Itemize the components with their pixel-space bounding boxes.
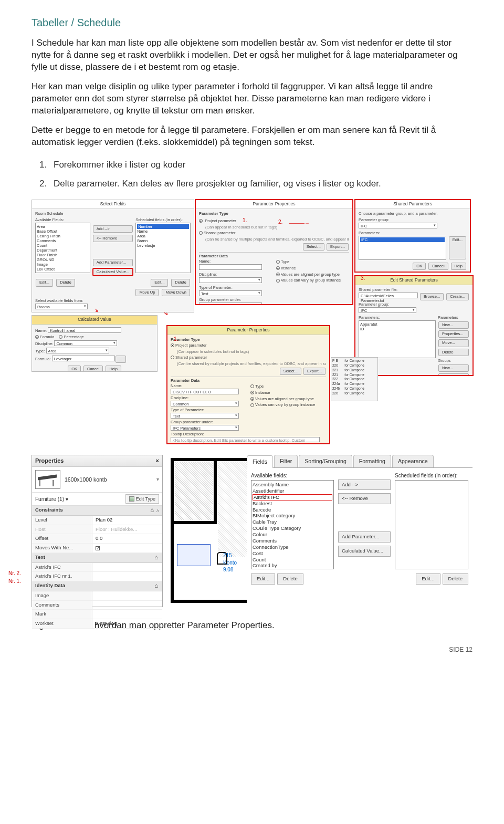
- pp2-name[interactable]: DISCV H F OUT EL 8: [171, 389, 239, 394]
- esp-delete[interactable]: Delete: [438, 349, 469, 356]
- move-down-button[interactable]: Move Down: [162, 289, 190, 296]
- list-item-1: Forekommer ikke i lister og koder: [49, 159, 472, 171]
- pp-name[interactable]: [199, 264, 262, 270]
- calc-val-btn-2[interactable]: Calculated Value...: [338, 546, 391, 557]
- pp-typeparam[interactable]: Text: [199, 290, 262, 296]
- move-up-button[interactable]: Move Up: [135, 289, 159, 296]
- remove-button[interactable]: <-- Remove: [93, 235, 133, 242]
- esp-create[interactable]: Create...: [446, 293, 469, 300]
- close-icon[interactable]: ×: [156, 457, 159, 465]
- scheduled-fields-label: Scheduled fields (in order):: [135, 217, 191, 223]
- pp-paramtype-title: Parameter Type: [199, 211, 349, 216]
- add-parameter-button[interactable]: Add Parameter...: [93, 259, 133, 266]
- sched-label-2: Scheduled fields (in order):: [395, 472, 468, 479]
- sp-edit[interactable]: Edit...: [449, 236, 466, 259]
- cv-discipline[interactable]: Common: [54, 340, 117, 346]
- pp-group[interactable]: Dimensions: [199, 303, 262, 305]
- edit-type-icon: [129, 496, 134, 502]
- esp-browse[interactable]: Browse...: [420, 293, 444, 300]
- esp-rename[interactable]: Rename...: [438, 373, 469, 376]
- include-links-label: Include elements in links: [41, 312, 85, 313]
- delete-btn-b[interactable]: Delete: [277, 573, 303, 585]
- cv-formula-radio[interactable]: [35, 335, 39, 339]
- calc-value-dialog: Calculated Value Name: Kontroll i areal …: [32, 315, 158, 372]
- cv-type[interactable]: Area: [46, 348, 109, 353]
- cv-percent-radio[interactable]: [59, 335, 62, 339]
- add-param-btn-2[interactable]: Add Parameter...: [338, 531, 391, 543]
- select-from-dropdown[interactable]: Rooms: [35, 304, 88, 309]
- list-item-2: Delte parameter. Kan deles av flere pros…: [49, 178, 472, 190]
- select-from-label: Select available fields from:: [35, 298, 191, 304]
- row-offset: Offset0.0: [32, 534, 162, 544]
- select-fields-panel: Select Fields Room Schedule Available Fi…: [32, 200, 194, 312]
- available-fields-list-2[interactable]: Assembly Name AssetIdentifier Astrid's I…: [251, 480, 334, 569]
- tab-formatting[interactable]: Formatting: [353, 455, 391, 467]
- group-constraints[interactable]: Constraints⩟ ∧: [32, 506, 162, 516]
- scheduled-fields-list-2[interactable]: [395, 480, 468, 569]
- pp-vary-radio[interactable]: [276, 279, 280, 283]
- edit-button[interactable]: Edit...: [36, 279, 53, 286]
- pp-proj-radio[interactable]: [199, 219, 203, 223]
- remove-btn-2[interactable]: <-- Remove: [338, 493, 391, 504]
- row-comments: Comments: [32, 601, 162, 610]
- type-name: 1600x1000 kontb: [65, 476, 152, 483]
- tab-appearance[interactable]: Appearance: [392, 455, 434, 467]
- pp-data-title: Parameter Data: [199, 254, 349, 259]
- tab-filter[interactable]: Filter: [274, 455, 298, 467]
- cv-help[interactable]: Help: [106, 366, 121, 372]
- add-button[interactable]: Add -->: [93, 225, 133, 233]
- esp-newg[interactable]: New...: [438, 364, 469, 372]
- pp-select[interactable]: Select...: [303, 243, 324, 251]
- cv-name-input[interactable]: Kontroll i areal: [48, 327, 121, 333]
- pp-shared-radio[interactable]: [199, 231, 203, 235]
- delete-button-2[interactable]: Delete: [171, 279, 190, 286]
- cv-formula-input[interactable]: Levetager: [52, 356, 115, 361]
- highlighted-field: Astrid's IFC: [253, 494, 332, 500]
- sp-list[interactable]: IFC: [359, 236, 446, 260]
- edit-type-button[interactable]: Edit Type: [125, 494, 159, 504]
- delete-button[interactable]: Delete: [56, 279, 75, 286]
- available-fields-list[interactable]: Area Base Offset Ceiling Finish Comments…: [35, 223, 90, 273]
- small-list-fragment: P-Bfor Compone 220for Compone 221for Com…: [331, 357, 378, 401]
- pp-aligned-radio[interactable]: [276, 273, 280, 276]
- pp-type-radio[interactable]: [276, 260, 280, 264]
- edit-button-2[interactable]: Edit...: [151, 279, 168, 286]
- calculated-value-button[interactable]: Calculated Value...: [93, 268, 133, 276]
- esp-params-list[interactable]: Apparatet ID: [359, 320, 436, 358]
- annotation-1b: 1.: [174, 336, 178, 343]
- group-identity[interactable]: Identity Data⩟: [32, 581, 162, 591]
- schedule-properties-dialog: Fields Filter Sorting/Grouping Formattin…: [247, 455, 472, 607]
- pp-export[interactable]: Export...: [327, 243, 349, 251]
- esp-move[interactable]: Move...: [438, 339, 469, 347]
- param-props-2: Parameter Properties 1. Parameter Type P…: [167, 326, 330, 444]
- row-astrid-ifc: Astrid's IFC: [32, 563, 162, 572]
- row-host: HostFloor : Hulldekke...: [32, 525, 162, 535]
- edit-btn-b[interactable]: Edit...: [251, 573, 275, 585]
- cv-cancel[interactable]: Cancel: [83, 366, 103, 372]
- tab-fields[interactable]: Fields: [247, 455, 273, 467]
- cv-ok[interactable]: OK: [68, 366, 81, 372]
- pp2-tooltip[interactable]: <No tooltip description. Edit this param…: [171, 437, 320, 442]
- pp-disc[interactable]: [199, 277, 262, 283]
- paragraph-3: Dette er begge to en metode for å legge …: [32, 124, 472, 149]
- scheduled-fields-list[interactable]: Number Name Area Brann Lev etasje: [135, 223, 191, 273]
- delete-btn-b2[interactable]: Delete: [443, 573, 468, 585]
- esp-new[interactable]: New...: [438, 321, 469, 329]
- paragraph-2: Her kan man velge disiplin og ulike type…: [32, 81, 472, 117]
- furniture-icon: [35, 470, 60, 489]
- esp-file[interactable]: C:\Autodesk\Felles Parameter.txt: [359, 293, 418, 298]
- esp-group[interactable]: IFC: [359, 307, 416, 313]
- room-label: 215 Konto 9.08: [223, 552, 237, 573]
- composite-upper: Select Fields Room Schedule Available Fi…: [32, 200, 472, 452]
- esp-props[interactable]: Properties...: [438, 330, 469, 338]
- edit-btn-b2[interactable]: Edit...: [416, 573, 440, 585]
- sp-group[interactable]: IFC: [359, 223, 437, 228]
- selector-label[interactable]: Furniture (1) ▾: [35, 496, 68, 503]
- group-text[interactable]: Text⩟: [32, 553, 162, 563]
- tab-sorting[interactable]: Sorting/Grouping: [299, 455, 352, 467]
- avail-label: Available fields:: [251, 472, 334, 479]
- add-btn-2[interactable]: Add -->: [338, 479, 391, 491]
- row-astrid-ifc-nr1: Astrid's IFC nr 1.: [32, 572, 162, 581]
- figure-1: Select Fields Room Schedule Available Fi…: [32, 200, 472, 607]
- pp-instance-radio[interactable]: [276, 266, 280, 270]
